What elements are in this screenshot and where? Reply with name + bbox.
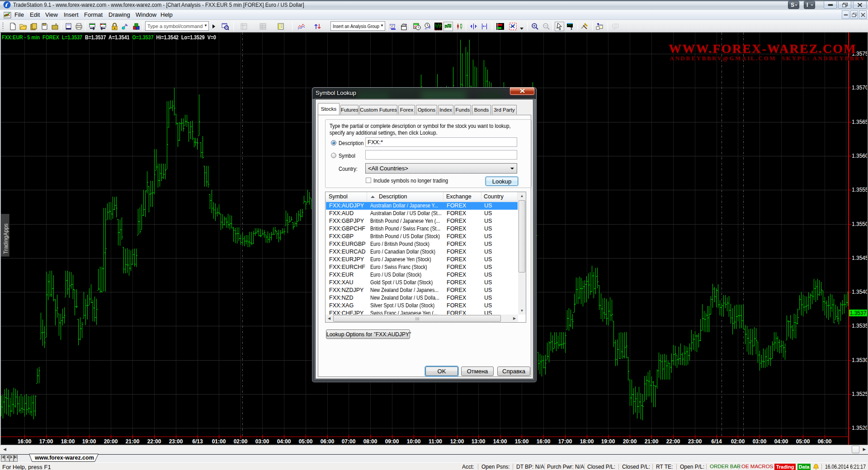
svg-text:11:00: 11:00 (429, 438, 442, 445)
svg-text:09:00: 09:00 (385, 438, 399, 445)
svg-text:6/14: 6/14 (711, 438, 722, 445)
svg-text:02:00: 02:00 (731, 438, 745, 445)
svg-text:17:00: 17:00 (39, 438, 53, 445)
svg-text:1.3560: 1.3560 (852, 153, 868, 159)
svg-text:20:00: 20:00 (104, 438, 118, 445)
svg-text:04:00: 04:00 (277, 438, 291, 445)
svg-text:02:00: 02:00 (234, 438, 248, 445)
svg-text:1.3545: 1.3545 (852, 255, 868, 261)
svg-text:1.3525: 1.3525 (852, 391, 868, 397)
svg-text:14:00: 14:00 (493, 438, 507, 445)
svg-text:06:00: 06:00 (818, 438, 832, 445)
svg-text:07:00: 07:00 (342, 438, 356, 445)
svg-text:1.3565: 1.3565 (852, 119, 868, 125)
svg-text:1.3537: 1.3537 (850, 310, 867, 316)
svg-text:10:00: 10:00 (407, 438, 421, 445)
svg-text:17:00: 17:00 (558, 438, 572, 445)
svg-text:6/13: 6/13 (192, 438, 203, 445)
svg-text:20:00: 20:00 (623, 438, 637, 445)
svg-text:1.3540: 1.3540 (852, 289, 868, 295)
svg-text:19:00: 19:00 (601, 438, 615, 445)
svg-text:05:00: 05:00 (299, 438, 313, 445)
svg-text:03:00: 03:00 (255, 438, 269, 445)
svg-text:05:00: 05:00 (796, 438, 810, 445)
svg-text:1.3550: 1.3550 (852, 221, 868, 227)
svg-text:08:00: 08:00 (363, 438, 377, 445)
svg-text:01:00: 01:00 (212, 438, 226, 445)
svg-text:23:00: 23:00 (688, 438, 702, 445)
svg-text:21:00: 21:00 (645, 438, 659, 445)
svg-text:1.3535: 1.3535 (852, 323, 868, 329)
svg-text:21:00: 21:00 (126, 438, 140, 445)
svg-text:04:00: 04:00 (774, 438, 788, 445)
svg-text:03:00: 03:00 (753, 438, 767, 445)
svg-text:1.3570: 1.3570 (852, 85, 868, 91)
svg-text:22:00: 22:00 (666, 438, 680, 445)
svg-text:1.3530: 1.3530 (852, 357, 868, 363)
svg-text:T: T (570, 26, 573, 30)
svg-text:1.3520: 1.3520 (852, 425, 868, 431)
svg-text:18:00: 18:00 (61, 438, 75, 445)
svg-text:23:00: 23:00 (169, 438, 183, 445)
svg-text:22:00: 22:00 (147, 438, 161, 445)
svg-text:16:00: 16:00 (537, 438, 551, 445)
svg-text:19:00: 19:00 (82, 438, 96, 445)
svg-text:1.3555: 1.3555 (852, 187, 868, 193)
svg-text:18:00: 18:00 (580, 438, 594, 445)
svg-text:13:00: 13:00 (472, 438, 486, 445)
svg-text:12:00: 12:00 (450, 438, 464, 445)
svg-text:06:00: 06:00 (321, 438, 335, 445)
svg-text:15:00: 15:00 (515, 438, 529, 445)
svg-text:16:00: 16:00 (18, 438, 32, 445)
